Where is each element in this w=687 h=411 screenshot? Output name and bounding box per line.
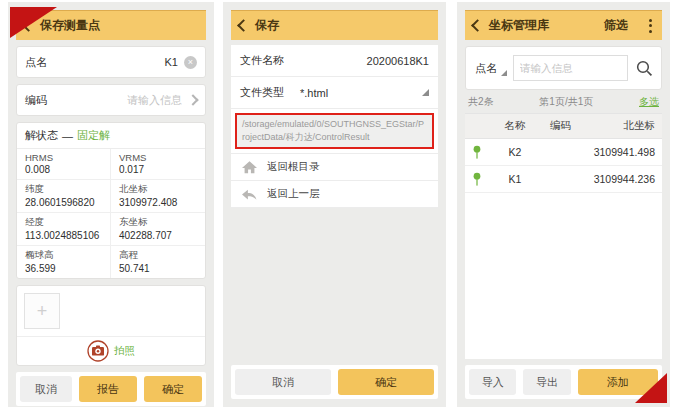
cancel-button[interactable]: 取消 bbox=[20, 376, 72, 402]
screen-coordinate-library: 坐标管理库 筛选 点名 共2条 第1页/共1页 多选 名称 编码 北坐标 bbox=[457, 2, 670, 407]
cell-name: K1 bbox=[489, 173, 541, 185]
solution-status-row: 解状态 — 固定解 bbox=[17, 123, 205, 149]
code-label: 编码 bbox=[25, 93, 47, 108]
solution-value: 固定解 bbox=[77, 128, 110, 143]
file-name-value: 20200618K1 bbox=[367, 55, 429, 67]
col-north: 北坐标 bbox=[580, 119, 662, 133]
search-bar: 点名 bbox=[465, 46, 662, 90]
search-field-selector[interactable]: 点名 bbox=[473, 61, 513, 76]
stat-north: 北坐标 3109972.408 bbox=[111, 180, 205, 213]
points-table: 名称 编码 北坐标 K2 3109941.498 K1 bbox=[465, 113, 662, 359]
go-root-label: 返回根目录 bbox=[267, 160, 320, 174]
back-icon[interactable] bbox=[471, 19, 484, 32]
search-icon bbox=[635, 59, 654, 78]
bottombar-save-point: 取消 报告 确定 bbox=[16, 372, 206, 406]
table-row[interactable]: K2 3109941.498 bbox=[465, 139, 662, 166]
screen-save-file: 保存 文件名称 20200618K1 文件类型 *.html /storage/… bbox=[223, 2, 446, 407]
total-count: 共2条 bbox=[468, 95, 494, 109]
solution-label: 解状态 bbox=[25, 128, 58, 143]
filter-button[interactable]: 筛选 bbox=[604, 17, 628, 34]
cancel-button[interactable]: 取消 bbox=[235, 369, 331, 395]
page-title: 坐标管理库 bbox=[489, 17, 549, 34]
col-code: 编码 bbox=[541, 119, 580, 133]
code-placeholder: 请输入信息 bbox=[127, 93, 182, 108]
stat-longitude: 经度 113.0024885106 bbox=[17, 213, 111, 246]
stat-hrms: HRMS 0.008 bbox=[17, 149, 111, 180]
file-name-field[interactable]: 文件名称 20200618K1 bbox=[231, 45, 438, 77]
list-summary-row: 共2条 第1页/共1页 多选 bbox=[465, 90, 662, 113]
solution-separator: — bbox=[62, 130, 73, 142]
current-path-section: /storage/emulated/0/SOUTHGNSS_EGStar/Pro… bbox=[231, 109, 438, 154]
cell-north: 3109944.236 bbox=[580, 173, 662, 185]
stat-ellipsoid-height: 椭球高 36.599 bbox=[17, 246, 111, 278]
take-photo-label: 拍照 bbox=[114, 344, 135, 358]
save-form: 文件名称 20200618K1 文件类型 *.html /storage/emu… bbox=[231, 45, 438, 208]
cell-north: 3109941.498 bbox=[580, 146, 662, 158]
point-pin-icon bbox=[465, 145, 489, 160]
point-name-field[interactable]: 点名 K1 × bbox=[16, 46, 206, 78]
back-arrow-icon bbox=[241, 188, 258, 201]
bottombar-coordinate-library: 导入 导出 添加 bbox=[465, 365, 662, 399]
screen-save-point: 保存测量点 点名 K1 × 编码 请输入信息 解状态 — 固定解 HRMS 0.… bbox=[8, 2, 214, 407]
col-name: 名称 bbox=[489, 119, 541, 133]
overflow-menu-icon[interactable] bbox=[647, 17, 654, 35]
file-name-label: 文件名称 bbox=[240, 53, 284, 68]
ok-button[interactable]: 确定 bbox=[144, 376, 202, 402]
page-title: 保存 bbox=[255, 17, 279, 34]
titlebar-coordinate-library: 坐标管理库 筛选 bbox=[465, 10, 662, 40]
go-root-item[interactable]: 返回根目录 bbox=[231, 154, 438, 181]
current-path: /storage/emulated/0/SOUTHGNSS_EGStar/Pro… bbox=[235, 113, 434, 149]
empty-file-list bbox=[231, 208, 438, 359]
report-button[interactable]: 报告 bbox=[79, 376, 137, 402]
ok-button[interactable]: 确定 bbox=[338, 369, 434, 395]
bottombar-save: 取消 确定 bbox=[231, 365, 438, 399]
dropdown-triangle-icon bbox=[501, 70, 507, 76]
camera-icon bbox=[87, 340, 109, 362]
stat-latitude: 纬度 28.0601596820 bbox=[17, 180, 111, 213]
take-photo-button[interactable]: 拍照 bbox=[17, 336, 205, 365]
back-icon[interactable] bbox=[237, 19, 250, 32]
photo-card: + 拍照 bbox=[16, 285, 206, 366]
stat-vrms: VRMS 0.017 bbox=[111, 149, 205, 180]
multi-select-link[interactable]: 多选 bbox=[639, 95, 659, 109]
photo-area: + bbox=[17, 286, 205, 336]
table-header: 名称 编码 北坐标 bbox=[465, 114, 662, 139]
clear-icon[interactable]: × bbox=[184, 56, 197, 69]
search-input[interactable] bbox=[513, 55, 628, 81]
cell-name: K2 bbox=[489, 146, 541, 158]
import-button[interactable]: 导入 bbox=[469, 369, 516, 395]
table-row[interactable]: K1 3109944.236 bbox=[465, 166, 662, 193]
add-button[interactable]: 添加 bbox=[578, 369, 658, 395]
coordinate-stats-grid: HRMS 0.008 VRMS 0.017 纬度 28.0601596820 北… bbox=[17, 149, 205, 278]
go-up-label: 返回上一层 bbox=[267, 187, 320, 201]
file-type-label: 文件类型 bbox=[240, 85, 284, 100]
code-field[interactable]: 编码 请输入信息 bbox=[16, 84, 206, 116]
add-photo-placeholder[interactable]: + bbox=[24, 293, 60, 329]
file-type-value: *.html bbox=[300, 87, 328, 99]
stat-elevation: 高程 50.741 bbox=[111, 246, 205, 278]
page-indicator: 第1页/共1页 bbox=[494, 95, 639, 109]
page-title: 保存测量点 bbox=[40, 17, 100, 34]
point-pin-icon bbox=[465, 172, 489, 187]
home-icon bbox=[241, 160, 258, 175]
search-button[interactable] bbox=[635, 59, 654, 78]
point-name-label: 点名 bbox=[25, 55, 47, 70]
dropdown-triangle-icon[interactable] bbox=[422, 89, 429, 96]
chevron-right-icon bbox=[187, 94, 198, 105]
point-name-value: K1 bbox=[165, 56, 178, 68]
search-field-label: 点名 bbox=[475, 61, 497, 76]
titlebar-save: 保存 bbox=[231, 10, 438, 40]
solution-stats-card: 解状态 — 固定解 HRMS 0.008 VRMS 0.017 纬度 28.06… bbox=[16, 122, 206, 279]
go-up-item[interactable]: 返回上一层 bbox=[231, 181, 438, 208]
stat-east: 东坐标 402288.707 bbox=[111, 213, 205, 246]
export-button[interactable]: 导出 bbox=[523, 369, 570, 395]
file-type-field[interactable]: 文件类型 *.html bbox=[231, 77, 438, 109]
